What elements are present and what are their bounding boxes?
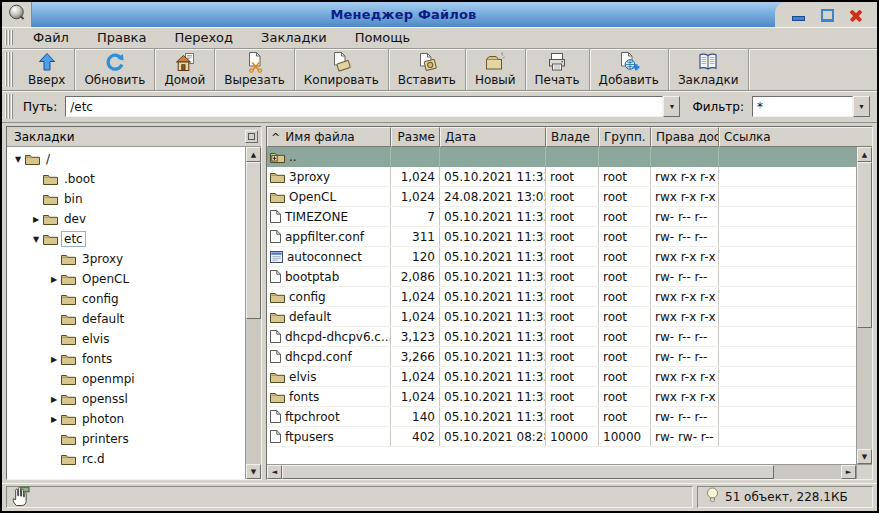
expand-arrow-icon[interactable]: ▶: [29, 215, 43, 224]
expand-arrow-icon[interactable]: ▶: [47, 275, 61, 284]
printer-icon: [546, 51, 568, 73]
menu-file[interactable]: Файл: [19, 30, 83, 45]
file-row-3proxy[interactable]: 3proxy1,02405.10.2021 11:33rootrootrwx r…: [267, 167, 856, 187]
expand-arrow-icon[interactable]: ▶: [47, 355, 61, 364]
tree-item-fonts[interactable]: ▶fonts: [7, 349, 245, 369]
maximize-button[interactable]: [818, 8, 836, 24]
scroll-right-icon[interactable]: ►: [841, 465, 856, 479]
file-row-dhcpd-dhcpv6-c[interactable]: dhcpd-dhcpv6.c...3,12305.10.2021 11:33ro…: [267, 327, 856, 347]
menu-help[interactable]: Помощь: [341, 30, 424, 45]
tree-scroll-track[interactable]: [246, 162, 261, 464]
tree-item-bin[interactable]: bin: [7, 189, 245, 209]
bookmarks-panel-header: Закладки: [7, 127, 261, 147]
file-row-fonts[interactable]: fonts1,02405.10.2021 11:33rootrootrwx r-…: [267, 387, 856, 407]
file-row-timezone[interactable]: TIMEZONE705.10.2021 11:33rootrootrw- r--…: [267, 207, 856, 227]
menu-go[interactable]: Переход: [160, 30, 247, 45]
tree-item-dev[interactable]: ▶dev: [7, 209, 245, 229]
folder-icon: [61, 453, 76, 465]
file-permissions-cell: rwx r-x r-x: [651, 167, 719, 186]
file-group-cell: root: [599, 207, 651, 226]
list-scroll-thumb[interactable]: [857, 162, 872, 328]
collapse-arrow-icon[interactable]: ▼: [29, 235, 43, 244]
up-button[interactable]: Вверх: [19, 49, 74, 90]
tree-scroll-thumb[interactable]: [246, 162, 261, 319]
add-bookmark-button[interactable]: Добавить: [590, 49, 668, 90]
scroll-down-icon[interactable]: ▼: [857, 449, 872, 464]
tree-item-root[interactable]: ▼/: [7, 149, 245, 169]
column-header-size[interactable]: Разме: [391, 127, 440, 147]
column-header-name[interactable]: ^Имя файла: [267, 127, 391, 147]
titlebar[interactable]: Менеджер Файлов: [2, 2, 877, 27]
tree-item-openmpi[interactable]: openmpi: [7, 369, 245, 389]
paste-button[interactable]: Вставить: [389, 49, 465, 90]
file-row-bootptab[interactable]: bootptab2,08605.10.2021 11:33rootrootrw-…: [267, 267, 856, 287]
menu-edit[interactable]: Правка: [83, 30, 160, 45]
column-header-link[interactable]: Ссылка: [719, 127, 872, 147]
filter-input[interactable]: [752, 96, 853, 117]
file-row-autoconnect[interactable]: autoconnect12005.10.2021 11:33rootrootrw…: [267, 247, 856, 267]
path-input[interactable]: [65, 96, 663, 117]
list-hscroll-thumb[interactable]: [282, 465, 774, 479]
new-button[interactable]: Новый: [466, 49, 525, 90]
tree-vertical-scrollbar[interactable]: ▲ ▼: [245, 147, 261, 479]
tree-item-rc-d[interactable]: rc.d: [7, 449, 245, 469]
file-date-cell: 05.10.2021 11:33: [440, 207, 546, 226]
file-row-opencl[interactable]: OpenCL1,02424.08.2021 13:05rootrootrwx r…: [267, 187, 856, 207]
file-name: dhcpd.conf: [285, 350, 352, 364]
menu-bookmarks[interactable]: Закладки: [247, 30, 341, 45]
home-button[interactable]: Домой: [155, 49, 214, 90]
tree-item-default[interactable]: default: [7, 309, 245, 329]
tree-item-opencl[interactable]: ▶OpenCL: [7, 269, 245, 289]
list-vertical-scrollbar[interactable]: ▲ ▼: [856, 147, 872, 464]
column-header-owner[interactable]: Владе: [546, 127, 599, 147]
tree-item-elvis[interactable]: elvis: [7, 329, 245, 349]
folder-icon: [61, 313, 76, 325]
expand-arrow-icon[interactable]: ▶: [47, 395, 61, 404]
copy-button[interactable]: Копировать: [295, 49, 388, 90]
collapse-arrow-icon[interactable]: ▼: [11, 155, 25, 164]
column-header-date[interactable]: Дата: [440, 127, 546, 147]
file-row-ftpchroot[interactable]: ftpchroot14005.10.2021 11:33rootrootrw- …: [267, 407, 856, 427]
list-hscroll-track[interactable]: [282, 465, 841, 479]
file-row-dhcpd-conf[interactable]: dhcpd.conf3,26605.10.2021 11:33rootrootr…: [267, 347, 856, 367]
tree-item-config[interactable]: config: [7, 289, 245, 309]
tree-item-openssl[interactable]: ▶openssl: [7, 389, 245, 409]
expand-arrow-icon[interactable]: ▶: [47, 415, 61, 424]
close-button[interactable]: [847, 8, 865, 24]
scroll-up-icon[interactable]: ▲: [246, 147, 261, 162]
path-dropdown-button[interactable]: ▼: [663, 96, 680, 117]
print-button[interactable]: Печать: [526, 49, 589, 90]
file-row-elvis[interactable]: elvis1,02405.10.2021 11:33rootrootrwx r-…: [267, 367, 856, 387]
file-row-root[interactable]: ..: [267, 147, 856, 167]
file-row-appfilter-conf[interactable]: appfilter.conf31105.10.2021 11:33rootroo…: [267, 227, 856, 247]
toolbar-grip-handle[interactable]: [5, 52, 14, 87]
panel-collapse-button[interactable]: [245, 130, 258, 143]
file-row-default[interactable]: default1,02405.10.2021 11:33rootrootrwx …: [267, 307, 856, 327]
tree-item-photon[interactable]: ▶photon: [7, 409, 245, 429]
folder-icon: [270, 191, 285, 203]
column-header-label: Права дос: [656, 130, 719, 144]
scroll-down-icon[interactable]: ▼: [246, 464, 261, 479]
tree-item-boot[interactable]: .boot: [7, 169, 245, 189]
tree-item-printers[interactable]: printers: [7, 429, 245, 449]
scroll-up-icon[interactable]: ▲: [857, 147, 872, 162]
list-scroll-track[interactable]: [857, 162, 872, 449]
menubar-grip-handle[interactable]: [5, 30, 14, 45]
filter-dropdown-button[interactable]: ▼: [853, 96, 870, 117]
file-date-cell: 05.10.2021 11:33: [440, 367, 546, 386]
tree-item-3proxy[interactable]: 3proxy: [7, 249, 245, 269]
pathbar-grip-handle[interactable]: [5, 94, 14, 119]
list-horizontal-scrollbar[interactable]: ◄ ►: [267, 464, 856, 479]
column-header-perms[interactable]: Права дос: [651, 127, 719, 147]
scroll-left-icon[interactable]: ◄: [267, 465, 282, 479]
window-menu-button[interactable]: [2, 2, 32, 27]
filter-label: Фильтр:: [692, 100, 744, 114]
tree-item-etc[interactable]: ▼etc: [7, 229, 245, 249]
refresh-button[interactable]: Обновить: [75, 49, 154, 90]
bookmarks-button[interactable]: Закладки: [669, 49, 748, 90]
column-header-group[interactable]: Групп.: [599, 127, 651, 147]
cut-button[interactable]: Вырезать: [215, 49, 294, 90]
file-row-config[interactable]: config1,02405.10.2021 11:33rootrootrwx r…: [267, 287, 856, 307]
file-row-ftpusers[interactable]: ftpusers40205.10.2021 08:281000010000rw-…: [267, 427, 856, 447]
minimize-button[interactable]: [789, 8, 807, 24]
